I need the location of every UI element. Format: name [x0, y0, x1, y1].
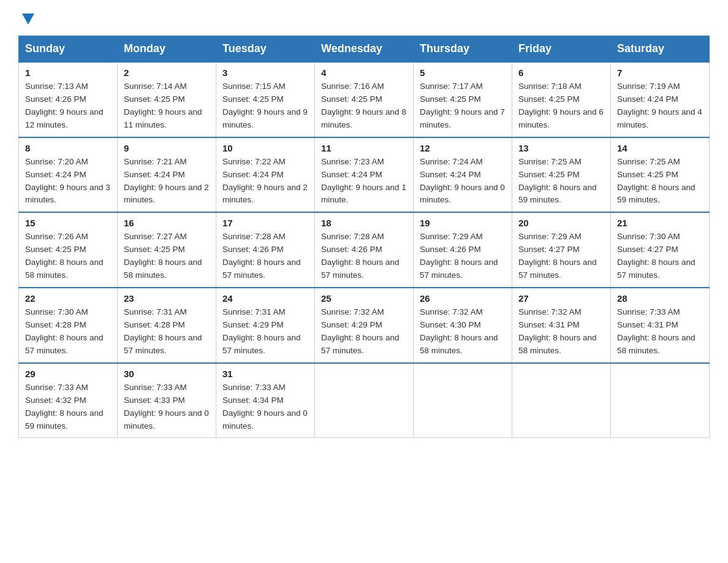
day-info: Sunrise: 7:22 AM Sunset: 4:24 PM Dayligh… — [222, 156, 308, 207]
day-number: 24 — [222, 293, 308, 304]
sunset-label: Sunset: 4:29 PM — [222, 320, 284, 329]
calendar-cell: 30 Sunrise: 7:33 AM Sunset: 4:33 PM Dayl… — [118, 363, 216, 438]
sunrise-label: Sunrise: 7:30 AM — [25, 307, 88, 316]
calendar-cell: 16 Sunrise: 7:27 AM Sunset: 4:25 PM Dayl… — [118, 212, 216, 288]
day-info: Sunrise: 7:33 AM Sunset: 4:32 PM Dayligh… — [25, 381, 111, 433]
daylight-label: Daylight: 8 hours and 59 minutes. — [518, 183, 597, 205]
day-number: 29 — [25, 369, 111, 379]
logo — [18, 12, 37, 23]
day-number: 22 — [25, 293, 111, 304]
day-number: 15 — [25, 218, 111, 228]
sunset-label: Sunset: 4:28 PM — [124, 320, 185, 329]
day-number: 5 — [420, 67, 506, 78]
calendar-header-friday: Friday — [512, 36, 611, 63]
daylight-label: Daylight: 9 hours and 9 minutes. — [222, 107, 308, 129]
day-number: 26 — [420, 293, 506, 304]
calendar-header-tuesday: Tuesday — [216, 36, 315, 63]
day-info: Sunrise: 7:31 AM Sunset: 4:28 PM Dayligh… — [124, 306, 210, 358]
calendar-cell: 31 Sunrise: 7:33 AM Sunset: 4:34 PM Dayl… — [216, 363, 315, 438]
sunrise-label: Sunrise: 7:32 AM — [420, 307, 483, 316]
daylight-label: Daylight: 9 hours and 8 minutes. — [321, 107, 406, 129]
daylight-label: Daylight: 9 hours and 6 minutes. — [518, 107, 604, 129]
sunset-label: Sunset: 4:27 PM — [518, 245, 580, 254]
sunrise-label: Sunrise: 7:27 AM — [124, 232, 187, 241]
day-number: 28 — [617, 293, 703, 304]
day-info: Sunrise: 7:33 AM Sunset: 4:34 PM Dayligh… — [222, 381, 308, 433]
calendar-cell: 14 Sunrise: 7:25 AM Sunset: 4:25 PM Dayl… — [611, 137, 710, 213]
calendar-cell: 3 Sunrise: 7:15 AM Sunset: 4:25 PM Dayli… — [216, 62, 315, 137]
sunset-label: Sunset: 4:26 PM — [222, 245, 284, 254]
calendar-cell: 24 Sunrise: 7:31 AM Sunset: 4:29 PM Dayl… — [216, 288, 315, 363]
sunset-label: Sunset: 4:34 PM — [222, 396, 284, 405]
daylight-label: Daylight: 9 hours and 0 minutes. — [124, 408, 209, 431]
day-info: Sunrise: 7:28 AM Sunset: 4:26 PM Dayligh… — [321, 231, 407, 282]
sunset-label: Sunset: 4:27 PM — [617, 245, 678, 254]
day-info: Sunrise: 7:23 AM Sunset: 4:24 PM Dayligh… — [321, 156, 407, 207]
day-number: 25 — [321, 293, 407, 304]
daylight-label: Daylight: 8 hours and 58 minutes. — [518, 333, 597, 355]
daylight-label: Daylight: 9 hours and 2 minutes. — [124, 183, 209, 205]
day-info: Sunrise: 7:32 AM Sunset: 4:29 PM Dayligh… — [321, 306, 407, 358]
day-number: 17 — [222, 218, 308, 228]
calendar-cell: 21 Sunrise: 7:30 AM Sunset: 4:27 PM Dayl… — [611, 212, 710, 288]
day-info: Sunrise: 7:32 AM Sunset: 4:31 PM Dayligh… — [518, 306, 604, 358]
day-info: Sunrise: 7:18 AM Sunset: 4:25 PM Dayligh… — [518, 80, 604, 132]
sunset-label: Sunset: 4:32 PM — [25, 396, 86, 405]
day-number: 16 — [124, 218, 210, 228]
calendar-cell: 23 Sunrise: 7:31 AM Sunset: 4:28 PM Dayl… — [118, 288, 216, 363]
day-number: 19 — [420, 218, 506, 228]
day-number: 13 — [518, 143, 604, 153]
sunrise-label: Sunrise: 7:31 AM — [222, 307, 286, 316]
calendar-cell: 18 Sunrise: 7:28 AM Sunset: 4:26 PM Dayl… — [315, 212, 414, 288]
sunset-label: Sunset: 4:31 PM — [518, 320, 580, 329]
calendar-cell: 13 Sunrise: 7:25 AM Sunset: 4:25 PM Dayl… — [512, 137, 611, 213]
daylight-label: Daylight: 8 hours and 58 minutes. — [124, 258, 202, 280]
sunset-label: Sunset: 4:24 PM — [222, 170, 284, 179]
daylight-label: Daylight: 9 hours and 0 minutes. — [420, 183, 505, 205]
sunrise-label: Sunrise: 7:26 AM — [25, 232, 88, 241]
sunset-label: Sunset: 4:25 PM — [617, 170, 678, 179]
sunset-label: Sunset: 4:24 PM — [617, 94, 678, 104]
sunrise-label: Sunrise: 7:14 AM — [124, 82, 187, 91]
daylight-label: Daylight: 8 hours and 57 minutes. — [321, 258, 400, 280]
sunrise-label: Sunrise: 7:29 AM — [420, 232, 483, 241]
sunrise-label: Sunrise: 7:25 AM — [518, 157, 582, 166]
logo-icon — [18, 12, 37, 27]
calendar-cell: 15 Sunrise: 7:26 AM Sunset: 4:25 PM Dayl… — [19, 212, 118, 288]
sunrise-label: Sunrise: 7:33 AM — [124, 383, 187, 392]
calendar-cell: 19 Sunrise: 7:29 AM Sunset: 4:26 PM Dayl… — [414, 212, 512, 288]
sunrise-label: Sunrise: 7:18 AM — [518, 82, 582, 91]
day-info: Sunrise: 7:30 AM Sunset: 4:28 PM Dayligh… — [25, 306, 111, 358]
sunset-label: Sunset: 4:31 PM — [617, 320, 678, 329]
sunset-label: Sunset: 4:24 PM — [25, 170, 86, 179]
calendar-cell: 4 Sunrise: 7:16 AM Sunset: 4:25 PM Dayli… — [315, 62, 414, 137]
calendar-week-row-4: 22 Sunrise: 7:30 AM Sunset: 4:28 PM Dayl… — [19, 288, 710, 363]
day-info: Sunrise: 7:33 AM Sunset: 4:33 PM Dayligh… — [124, 381, 210, 433]
sunset-label: Sunset: 4:25 PM — [124, 94, 185, 104]
sunrise-label: Sunrise: 7:23 AM — [321, 157, 384, 166]
sunset-label: Sunset: 4:26 PM — [25, 94, 86, 104]
calendar-cell — [512, 363, 611, 438]
calendar-table: SundayMondayTuesdayWednesdayThursdayFrid… — [18, 36, 710, 438]
day-info: Sunrise: 7:29 AM Sunset: 4:27 PM Dayligh… — [518, 231, 604, 282]
calendar-cell: 2 Sunrise: 7:14 AM Sunset: 4:25 PM Dayli… — [118, 62, 216, 137]
sunset-label: Sunset: 4:30 PM — [420, 320, 481, 329]
day-number: 12 — [420, 143, 506, 153]
day-info: Sunrise: 7:28 AM Sunset: 4:26 PM Dayligh… — [222, 231, 308, 282]
day-number: 3 — [222, 67, 308, 78]
calendar-cell: 22 Sunrise: 7:30 AM Sunset: 4:28 PM Dayl… — [19, 288, 118, 363]
daylight-label: Daylight: 8 hours and 57 minutes. — [25, 333, 104, 355]
daylight-label: Daylight: 9 hours and 1 minute. — [321, 183, 406, 205]
sunrise-label: Sunrise: 7:28 AM — [222, 232, 286, 241]
calendar-cell — [611, 363, 710, 438]
day-info: Sunrise: 7:17 AM Sunset: 4:25 PM Dayligh… — [420, 80, 506, 132]
sunset-label: Sunset: 4:25 PM — [518, 170, 580, 179]
daylight-label: Daylight: 8 hours and 58 minutes. — [25, 258, 104, 280]
day-number: 30 — [124, 369, 210, 379]
sunset-label: Sunset: 4:24 PM — [321, 170, 382, 179]
page-header — [18, 12, 710, 23]
daylight-label: Daylight: 9 hours and 7 minutes. — [420, 107, 505, 129]
sunrise-label: Sunrise: 7:33 AM — [617, 307, 680, 316]
logo-triangle-icon — [20, 10, 37, 27]
calendar-cell: 5 Sunrise: 7:17 AM Sunset: 4:25 PM Dayli… — [414, 62, 512, 137]
